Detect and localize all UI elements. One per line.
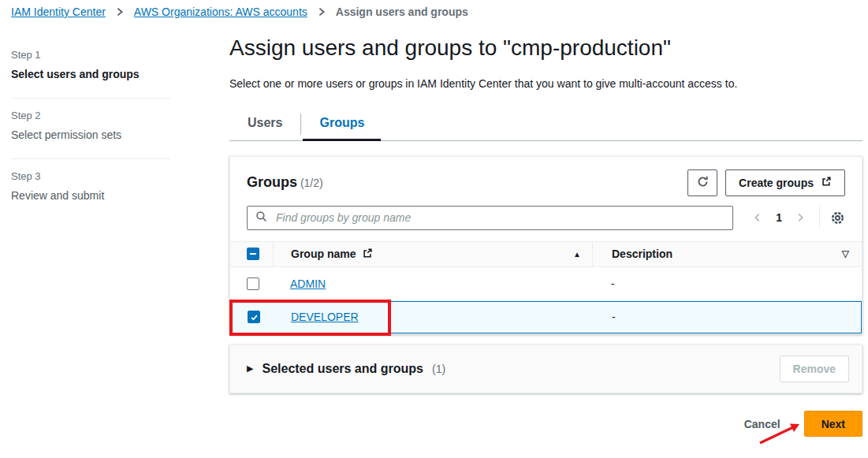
group-description: - [612,311,616,323]
divider [11,158,170,159]
breadcrumb-link-aws-accounts[interactable]: AWS Organizations: AWS accounts [134,6,307,18]
divider [11,98,170,99]
search-box [247,206,733,230]
header-group-name-cell[interactable]: Group name ▲ [273,242,592,266]
table-header-row: Group name ▲ Description ▽ [230,241,862,267]
tab-groups[interactable]: Groups [301,108,382,140]
tab-users[interactable]: Users [229,108,300,140]
chevron-right-icon [316,6,327,17]
page-number[interactable]: 1 [776,211,782,224]
sort-ascending-icon[interactable]: ▲ [573,250,581,259]
selected-users-groups-card: ▶ Selected users and groups (1) Remove [229,344,862,393]
table-row-admin: ADMIN - [230,267,862,301]
pagination: 1 [752,211,806,224]
selected-section-title: Selected users and groups [262,362,423,376]
groups-card-title: Groups [247,174,297,190]
wizard-footer: Cancel Next [229,411,862,438]
next-page-icon[interactable] [795,211,806,224]
divider [819,207,820,229]
refresh-icon [696,175,710,191]
breadcrumb-link-iam-identity-center[interactable]: IAM Identity Center [11,6,106,18]
row-checkbox[interactable] [247,277,259,290]
create-groups-button[interactable]: Create groups [725,169,845,196]
group-link-admin[interactable]: ADMIN [290,277,326,290]
step-title: Select permission sets [11,128,170,141]
breadcrumb-current: Assign users and groups [336,6,468,18]
main-content: Assign users and groups to "cmp-producti… [229,35,862,438]
breadcrumb: IAM Identity Center AWS Organizations: A… [11,6,468,18]
groups-card: Groups (1/2) Create groups [229,156,862,334]
step-number: Step 3 [11,170,170,182]
expander-toggle[interactable]: ▶ Selected users and groups (1) [247,362,445,376]
gear-icon[interactable] [830,210,845,225]
refresh-button[interactable] [687,169,717,196]
step-title: Review and submit [11,189,170,202]
page-title: Assign users and groups to "cmp-producti… [229,35,862,61]
row-checkbox-cell [231,302,274,333]
row-checkbox[interactable] [248,311,260,323]
search-input[interactable] [274,210,725,225]
groups-header-actions: Create groups [687,169,845,196]
page-description: Select one or more users or groups in IA… [229,77,862,90]
groups-table: Group name ▲ Description ▽ [230,241,862,333]
select-all-checkbox[interactable] [247,248,259,260]
cancel-button[interactable]: Cancel [744,418,780,430]
description-column-label: Description [612,248,672,260]
next-button[interactable]: Next [804,411,862,437]
chevron-right-icon [114,6,125,17]
table-row-developer: DEVELOPER - [230,301,862,333]
remove-button[interactable]: Remove [780,356,849,382]
groups-toolbar: 1 [230,206,862,230]
wizard-steps-sidebar: Step 1 Select users and groups Step 2 Se… [11,41,170,211]
group-link-developer[interactable]: DEVELOPER [291,311,359,323]
row-checkbox-cell [230,267,273,300]
external-link-icon [362,248,373,261]
groups-count: (1/2) [300,177,323,189]
tabs: Users Groups [229,108,862,141]
create-groups-label: Create groups [739,177,814,189]
header-description-cell[interactable]: Description ▽ [592,242,862,266]
step-title: Select users and groups [11,68,170,80]
previous-page-icon[interactable] [752,211,763,224]
header-checkbox-cell [230,242,273,266]
step-number: Step 2 [11,110,170,121]
selected-section-count: (1) [432,363,445,375]
indeterminate-mark [250,253,256,255]
expander-collapsed-icon: ▶ [247,363,253,374]
search-icon [255,210,267,225]
wizard-step-1: Step 1 Select users and groups [11,41,170,90]
group-name-column-label: Group name [291,248,356,260]
wizard-step-3: Step 3 Review and submit [11,162,170,211]
groups-card-header: Groups (1/2) Create groups [230,157,862,206]
step-number: Step 1 [11,49,170,61]
external-link-icon [821,176,832,189]
wizard-step-2: Step 2 Select permission sets [11,102,170,151]
group-description: - [611,277,615,290]
sort-descending-outline-icon[interactable]: ▽ [842,248,849,259]
